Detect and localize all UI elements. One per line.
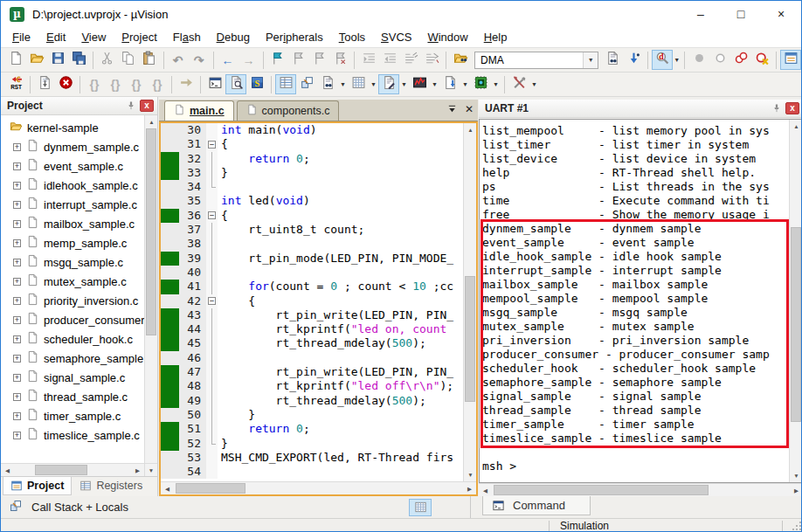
menu-window[interactable]: Window — [419, 28, 475, 46]
trace-window-button[interactable] — [439, 74, 460, 94]
breakpoint-kill-all-button[interactable] — [751, 50, 772, 70]
uart-vscrollbar[interactable]: ▲ ▼ — [789, 120, 802, 482]
run-to-line-button[interactable]: {} — [147, 74, 168, 94]
menu-flash[interactable]: Flash — [165, 28, 209, 46]
pin-icon[interactable] — [124, 100, 137, 113]
editor-vscrollbar[interactable]: ▲ ▼ — [463, 123, 476, 481]
uart-console[interactable]: list_mempool - list memory pool in sysli… — [480, 120, 789, 482]
tree-item-root[interactable]: kernel-sample — [1, 118, 144, 137]
expand-icon[interactable]: + — [13, 374, 21, 382]
bookmark-button[interactable] — [266, 50, 287, 70]
uncomment-button[interactable] — [421, 50, 442, 70]
editor-hscrollbar[interactable]: ◀ ▶ — [161, 481, 476, 494]
scroll-track[interactable] — [790, 133, 802, 469]
expand-icon[interactable]: + — [13, 259, 21, 266]
menu-project[interactable]: Project — [114, 28, 164, 46]
serial-window-button[interactable] — [378, 74, 399, 94]
scroll-track[interactable] — [464, 136, 476, 468]
undo-button[interactable]: ↶ — [168, 50, 189, 70]
menu-debug[interactable]: Debug — [209, 28, 258, 46]
close-project-panel-icon[interactable]: x — [140, 100, 154, 112]
resize-grip-icon[interactable] — [792, 521, 802, 531]
menu-file[interactable]: File — [4, 28, 38, 46]
toolbox-dropdown-icon[interactable]: ▼ — [529, 74, 539, 94]
stop-button[interactable] — [55, 74, 76, 94]
expand-icon[interactable]: + — [13, 393, 21, 401]
call-stack-bar[interactable]: Call Stack + Locals — [1, 496, 471, 518]
reset-cpu-button[interactable]: RST — [5, 74, 26, 94]
expand-icon[interactable]: + — [13, 220, 21, 228]
breakpoint-button[interactable] — [688, 50, 709, 70]
menu-peripherals[interactable]: Peripherals — [258, 28, 331, 46]
scroll-down-icon[interactable]: ▼ — [790, 469, 802, 482]
indent-button[interactable] — [358, 50, 379, 70]
tree-item-interrupt_sample-c[interactable]: +interrupt_sample.c — [1, 195, 144, 214]
tab-project[interactable]: Project — [3, 477, 72, 495]
expand-icon[interactable]: + — [13, 297, 21, 305]
breakpoint-enable-button[interactable] — [709, 50, 730, 70]
code-lines[interactable]: 30int main(void)31−{32 return 0;33}3435i… — [161, 123, 463, 481]
memory-window-button[interactable] — [409, 499, 432, 516]
expand-icon[interactable]: + — [13, 278, 21, 286]
project-window-button[interactable] — [780, 50, 801, 70]
scroll-thumb[interactable] — [35, 465, 87, 475]
watch-window-dropdown-icon[interactable]: ▼ — [338, 74, 348, 94]
trace-window-dropdown-icon[interactable]: ▼ — [460, 74, 470, 94]
combobox-dropdown-icon[interactable]: ▼ — [583, 52, 598, 68]
scroll-track[interactable] — [174, 482, 463, 494]
scroll-up-icon[interactable]: ▲ — [145, 115, 157, 128]
open-folder-button[interactable] — [26, 50, 47, 70]
scroll-track[interactable] — [145, 128, 157, 463]
tab-command[interactable]: Command — [482, 496, 591, 515]
memory-window-button[interactable] — [348, 74, 369, 94]
watch-window-button[interactable] — [317, 74, 338, 94]
minimize-button[interactable]: – — [681, 1, 721, 27]
serial-window-dropdown-icon[interactable]: ▼ — [399, 74, 409, 94]
tree-item-event_sample-c[interactable]: +event_sample.c — [1, 156, 144, 176]
tree-item-timer_sample-c[interactable]: +timer_sample.c — [1, 406, 144, 425]
scroll-right-icon[interactable]: ▶ — [790, 484, 802, 497]
cut-button[interactable] — [97, 50, 118, 70]
uart-hscrollbar[interactable]: ◀ ▶ — [479, 483, 802, 496]
scroll-left-icon[interactable]: ◀ — [1, 464, 14, 477]
save-all-button[interactable] — [68, 50, 89, 70]
menu-view[interactable]: View — [73, 28, 114, 46]
menu-svcs[interactable]: SVCS — [373, 28, 419, 46]
scroll-track[interactable] — [492, 484, 790, 496]
project-tree-hscrollbar[interactable]: ◀ ▶ ▼ — [1, 463, 157, 476]
close-editor-icon[interactable]: ✕ — [465, 103, 474, 115]
tree-item-memp_sample-c[interactable]: +memp_sample.c — [1, 233, 144, 252]
tree-item-producer_consumer-c[interactable]: +producer_consumer.c — [1, 310, 144, 329]
command-window-button[interactable] — [204, 74, 225, 94]
expand-icon[interactable]: + — [13, 162, 21, 170]
scroll-thumb[interactable] — [146, 128, 156, 335]
expand-icon[interactable]: + — [13, 239, 21, 247]
tree-item-thread_sample-c[interactable]: +thread_sample.c — [1, 387, 144, 406]
scroll-left-icon[interactable]: ◀ — [479, 484, 492, 497]
find-folder-button[interactable] — [450, 50, 471, 70]
scroll-right-icon[interactable]: ▶ — [131, 464, 144, 477]
debug-session-dropdown-icon[interactable]: ▼ — [673, 50, 681, 70]
expand-icon[interactable]: + — [13, 355, 21, 363]
close-uart-panel-icon[interactable]: x — [785, 102, 799, 114]
redo-button[interactable]: ↷ — [189, 50, 210, 70]
scroll-right-icon[interactable]: ▶ — [463, 482, 476, 495]
step-into-button[interactable]: {} — [84, 74, 105, 94]
tab-registers[interactable]: Registers — [72, 477, 150, 495]
editor-tab-main-c[interactable]: main.c — [164, 100, 234, 121]
save-button[interactable] — [47, 50, 68, 70]
step-out-button[interactable]: {} — [126, 74, 147, 94]
new-file-button[interactable] — [5, 50, 26, 70]
tab-list-icon[interactable] — [447, 104, 457, 115]
close-button[interactable]: × — [761, 1, 801, 27]
analysis-window-dropdown-icon[interactable]: ▼ — [430, 74, 439, 94]
expand-icon[interactable]: + — [13, 182, 21, 190]
tree-item-priority_inversion-c[interactable]: +priority_inversion.c — [1, 291, 144, 310]
menu-tools[interactable]: Tools — [331, 28, 373, 46]
tree-item-dynmem_sample-c[interactable]: +dynmem_sample.c — [1, 137, 144, 156]
scroll-down-icon[interactable]: ▼ — [464, 468, 476, 481]
forward-arrow-button[interactable]: → — [239, 50, 259, 70]
comment-button[interactable] — [400, 50, 421, 70]
fold-collapse-icon[interactable]: − — [208, 297, 216, 305]
disassembly-window-button[interactable] — [225, 74, 246, 94]
